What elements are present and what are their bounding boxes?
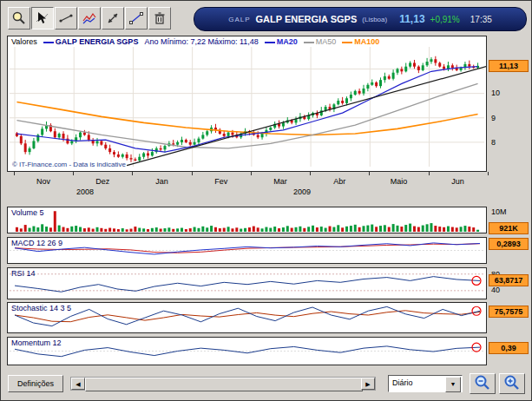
- volume-axis-max: 10M: [491, 207, 507, 216]
- scroll-left-button[interactable]: ◀: [71, 378, 85, 390]
- last-price: 11,13: [399, 13, 424, 25]
- x-axis-month-label: Jan: [155, 177, 168, 186]
- chart-app-window: GALP GALP ENERGIA SGPS (Lisboa) 11,13 +0…: [0, 0, 532, 401]
- ma20-swatch: [265, 42, 275, 43]
- x-axis-month-label: Dez: [95, 177, 109, 186]
- x-axis-month-label: Mar: [273, 177, 287, 186]
- instrument-name: GALP ENERGIA SGPS: [256, 14, 358, 24]
- period-value: Diário: [392, 378, 413, 387]
- header-prefix: GALP: [228, 16, 250, 23]
- x-axis-tick: [14, 172, 15, 175]
- magnifier-icon: [11, 10, 27, 26]
- series-swatch: [43, 42, 54, 43]
- rsi-panel: RSI 14: [7, 267, 487, 299]
- legend-ma50: MA50: [304, 37, 337, 46]
- legend-ma20: MA20: [265, 37, 298, 46]
- definicoes-button[interactable]: Definições: [8, 375, 63, 392]
- x-axis: 2008 2009 NovDezJanFevMarAbrMaioJun: [7, 172, 487, 200]
- macd-panel: MACD 12 26 9: [7, 237, 487, 264]
- trash-icon: [152, 10, 167, 26]
- zoom-out-button[interactable]: [470, 373, 496, 394]
- legend-valores: Valores: [11, 37, 37, 46]
- zoom-tool-button[interactable]: [8, 7, 30, 30]
- price-axis-9: 9: [491, 114, 496, 122]
- x-axis-tick: [310, 172, 311, 175]
- chevron-down-icon[interactable]: ▼: [445, 377, 461, 392]
- legend-series: GALP ENERGIA SGPS: [43, 37, 139, 46]
- scroll-right-button[interactable]: ▶: [361, 378, 375, 390]
- momentum-value-box: 0,39: [489, 342, 529, 354]
- rsi-axis-40: 40: [491, 286, 500, 294]
- momentum-panel: Momentum 12: [7, 337, 487, 365]
- x-axis-month-label: Fev: [214, 177, 227, 186]
- trendline-icon: [128, 10, 144, 26]
- cursor-arrow-icon: [35, 10, 50, 26]
- macd-canvas[interactable]: [8, 238, 486, 263]
- price-axis-8: 8: [491, 138, 496, 147]
- period-dropdown[interactable]: Diário ▼: [388, 375, 463, 392]
- price-chart-panel: Valores GALP ENERGIA SGPS Ano Mínimo: 7,…: [7, 36, 487, 172]
- last-price-axis-box: 11,13: [489, 60, 529, 72]
- stochastic-panel: Stochastic 14 3 5: [7, 302, 487, 333]
- volume-value-box: 921K: [489, 222, 529, 234]
- macd-label: MACD 12 26 9: [11, 239, 62, 247]
- mini-chart-icon: [82, 10, 97, 26]
- stochastic-canvas[interactable]: [8, 303, 486, 332]
- volume-panel: Volume 5: [7, 207, 487, 233]
- instrument-header: GALP GALP ENERGIA SGPS (Lisboa) 11,13 +0…: [194, 7, 527, 31]
- x-axis-tick: [429, 172, 430, 175]
- volume-canvas[interactable]: [8, 207, 486, 233]
- rsi-label: RSI 14: [11, 269, 36, 278]
- delete-tool-button[interactable]: [148, 7, 171, 30]
- price-chart-canvas[interactable]: [8, 36, 486, 171]
- x-axis-month-label: Nov: [36, 177, 50, 186]
- zoom-in-icon: [502, 374, 522, 391]
- x-axis-month-label: Abr: [333, 177, 345, 186]
- x-axis-tick: [251, 172, 252, 175]
- stochastic-value-box: 75,7575: [489, 306, 529, 318]
- trendline-tool-button[interactable]: [125, 7, 148, 30]
- rsi-value-box: 63,8717: [489, 274, 529, 286]
- x-axis-tick: [488, 172, 489, 175]
- fibonacci-tool-button[interactable]: [102, 7, 124, 30]
- scrollbar-thumb[interactable]: [85, 378, 363, 391]
- cursor-tool-button[interactable]: [31, 7, 54, 30]
- volume-label: Volume 5: [11, 208, 44, 217]
- x-axis-month-label: Maio: [391, 177, 408, 186]
- x-axis-month-label: Jun: [451, 177, 464, 186]
- price-change: +0,91%: [430, 15, 460, 24]
- line-tool-button[interactable]: [55, 7, 77, 30]
- chart-legend: Valores GALP ENERGIA SGPS Ano Mínimo: 7,…: [11, 37, 379, 46]
- x-axis-tick: [132, 172, 133, 175]
- market-label: (Lisboa): [362, 16, 387, 23]
- ma50-swatch: [304, 42, 314, 43]
- zoom-out-icon: [473, 374, 492, 391]
- quote-time: 17:35: [470, 15, 492, 24]
- x-axis-tick: [73, 172, 74, 175]
- x-axis-tick: [192, 172, 193, 175]
- indicators-tool-button[interactable]: [78, 7, 101, 30]
- momentum-label: Momentum 12: [11, 339, 62, 347]
- horizontal-scrollbar[interactable]: ◀ ▶: [70, 377, 376, 391]
- x-axis-tick: [369, 172, 370, 175]
- year-label-2008: 2008: [76, 187, 94, 196]
- segment-icon: [58, 10, 74, 26]
- rsi-canvas[interactable]: [8, 268, 486, 299]
- legend-ma100: MA100: [342, 37, 379, 46]
- stochastic-label: Stochastic 14 3 5: [11, 304, 71, 312]
- double-arrow-icon: [105, 10, 121, 26]
- year-label-2009: 2009: [293, 187, 311, 196]
- price-axis-10: 10: [491, 89, 500, 97]
- legend-range: Ano Mínimo: 7,22 Máximo: 11,48: [144, 37, 258, 46]
- ma100-swatch: [342, 42, 352, 43]
- watermark: © IT-Finance.com - Data is indicative: [12, 161, 126, 168]
- momentum-canvas[interactable]: [8, 338, 486, 365]
- macd-value-box: 0,2893: [489, 238, 529, 250]
- zoom-in-button[interactable]: [499, 373, 525, 394]
